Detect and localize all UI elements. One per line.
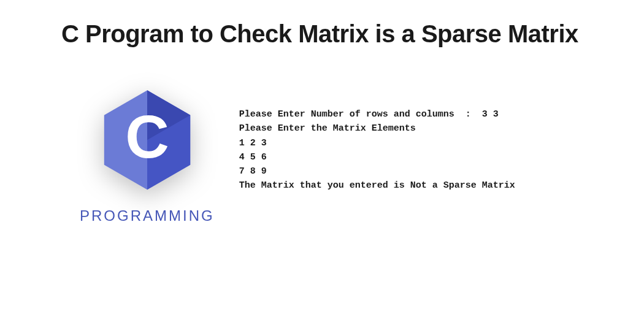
- console-output: Please Enter Number of rows and columns …: [239, 86, 515, 193]
- programming-label: PROGRAMMING: [80, 207, 215, 224]
- svg-text:C: C: [125, 102, 169, 170]
- c-logo-section: C PROGRAMMING: [61, 86, 215, 224]
- page-title: C Program to Check Matrix is a Sparse Ma…: [61, 18, 583, 49]
- c-logo-icon: C: [92, 86, 202, 196]
- content-area: C PROGRAMMING Please Enter Number of row…: [61, 86, 583, 224]
